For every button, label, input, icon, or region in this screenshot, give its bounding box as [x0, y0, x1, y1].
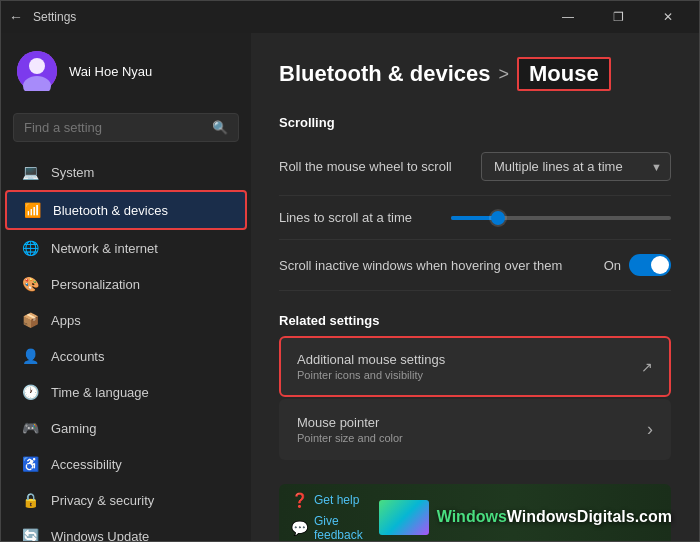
related-section: Related settings Additional mouse settin…	[279, 313, 671, 460]
scrolling-section-title: Scrolling	[279, 115, 671, 130]
search-input[interactable]	[24, 120, 204, 135]
toggle-thumb	[651, 256, 669, 274]
slider-track	[451, 216, 671, 220]
watermark-brand-colored: Windows	[437, 508, 507, 525]
sidebar-item-label: Privacy & security	[51, 493, 154, 508]
window-title: Settings	[33, 10, 545, 24]
sidebar-item-accounts[interactable]: 👤 Accounts	[5, 338, 247, 374]
feedback-link[interactable]: 💬 Give feedback	[291, 514, 363, 541]
help-icon: ❓	[291, 492, 308, 508]
svg-point-1	[29, 58, 45, 74]
additional-mouse-title: Additional mouse settings	[297, 352, 445, 367]
accounts-icon: 👤	[21, 347, 39, 365]
breadcrumb: Bluetooth & devices > Mouse	[279, 57, 671, 91]
personalization-icon: 🎨	[21, 275, 39, 293]
update-icon: 🔄	[21, 527, 39, 541]
user-name: Wai Hoe Nyau	[69, 64, 152, 79]
breadcrumb-parent[interactable]: Bluetooth & devices	[279, 61, 490, 87]
lines-scroll-slider[interactable]	[451, 216, 671, 220]
feedback-icon: 💬	[291, 520, 308, 536]
dropdown-arrow-icon: ▼	[651, 161, 662, 173]
scroll-inactive-toggle-container: On	[604, 254, 671, 276]
content-area: Wai Hoe Nyau 🔍 💻 System 📶 Bluetooth & de…	[1, 33, 699, 541]
chevron-right-icon: ›	[647, 419, 653, 440]
apps-icon: 📦	[21, 311, 39, 329]
external-link-icon: ↗	[641, 359, 653, 375]
get-help-link[interactable]: ❓ Get help	[291, 492, 363, 508]
roll-wheel-dropdown[interactable]: Multiple lines at a time ▼	[481, 152, 671, 181]
breadcrumb-arrow: >	[498, 64, 509, 85]
mouse-pointer-subtitle: Pointer size and color	[297, 432, 403, 444]
mouse-pointer-title: Mouse pointer	[297, 415, 403, 430]
title-bar: ← Settings — ❐ ✕	[1, 1, 699, 33]
sidebar-item-bluetooth[interactable]: 📶 Bluetooth & devices	[5, 190, 247, 230]
sidebar-item-accessibility[interactable]: ♿ Accessibility	[5, 446, 247, 482]
sidebar-item-update[interactable]: 🔄 Windows Update	[5, 518, 247, 541]
breadcrumb-current: Mouse	[517, 57, 611, 91]
lines-scroll-row: Lines to scroll at a time	[279, 196, 671, 240]
lines-scroll-label: Lines to scroll at a time	[279, 210, 412, 225]
related-section-title: Related settings	[279, 313, 671, 328]
window-controls: — ❐ ✕	[545, 1, 691, 33]
sidebar-item-label: Accounts	[51, 349, 104, 364]
sidebar-item-label: Accessibility	[51, 457, 122, 472]
footer-bar: ❓ Get help 💬 Give feedback WindowsWindow…	[279, 484, 671, 541]
main-panel: Bluetooth & devices > Mouse Scrolling Ro…	[251, 33, 699, 541]
sidebar-item-label: System	[51, 165, 94, 180]
sidebar-item-network[interactable]: 🌐 Network & internet	[5, 230, 247, 266]
settings-window: ← Settings — ❐ ✕ Wai Hoe Nyau	[0, 0, 700, 542]
maximize-button[interactable]: ❐	[595, 1, 641, 33]
sidebar-item-time[interactable]: 🕐 Time & language	[5, 374, 247, 410]
network-icon: 🌐	[21, 239, 39, 257]
get-help-label: Get help	[314, 493, 359, 507]
additional-mouse-subtitle: Pointer icons and visibility	[297, 369, 445, 381]
sidebar-item-label: Bluetooth & devices	[53, 203, 168, 218]
watermark-area: WindowsWindowsDigitals.com	[379, 500, 672, 535]
roll-wheel-control: Multiple lines at a time ▼	[481, 152, 671, 181]
gaming-icon: 🎮	[21, 419, 39, 437]
scroll-inactive-value: On	[604, 258, 621, 273]
feedback-label: Give feedback	[314, 514, 363, 541]
watermark-image	[379, 500, 429, 535]
additional-mouse-card[interactable]: Additional mouse settings Pointer icons …	[279, 336, 671, 397]
sidebar-item-gaming[interactable]: 🎮 Gaming	[5, 410, 247, 446]
mouse-pointer-card[interactable]: Mouse pointer Pointer size and color ›	[279, 399, 671, 460]
watermark-brand: WindowsWindowsDigitals.com	[437, 508, 672, 526]
sidebar: Wai Hoe Nyau 🔍 💻 System 📶 Bluetooth & de…	[1, 33, 251, 541]
mouse-pointer-text: Mouse pointer Pointer size and color	[297, 415, 403, 444]
sidebar-item-label: Apps	[51, 313, 81, 328]
slider-thumb[interactable]	[491, 211, 505, 225]
scroll-inactive-toggle[interactable]	[629, 254, 671, 276]
sidebar-item-apps[interactable]: 📦 Apps	[5, 302, 247, 338]
scroll-inactive-label: Scroll inactive windows when hovering ov…	[279, 258, 604, 273]
sidebar-item-personalization[interactable]: 🎨 Personalization	[5, 266, 247, 302]
bluetooth-icon: 📶	[23, 201, 41, 219]
search-box[interactable]: 🔍	[13, 113, 239, 142]
slider-fill	[451, 216, 495, 220]
privacy-icon: 🔒	[21, 491, 39, 509]
sidebar-item-label: Gaming	[51, 421, 97, 436]
sidebar-item-label: Network & internet	[51, 241, 158, 256]
search-container: 🔍	[1, 109, 251, 154]
search-icon: 🔍	[212, 120, 228, 135]
roll-wheel-row: Roll the mouse wheel to scroll Multiple …	[279, 138, 671, 196]
sidebar-item-privacy[interactable]: 🔒 Privacy & security	[5, 482, 247, 518]
sidebar-item-label: Windows Update	[51, 529, 149, 542]
user-profile[interactable]: Wai Hoe Nyau	[1, 41, 251, 101]
time-icon: 🕐	[21, 383, 39, 401]
watermark-brand-text: WindowsDigitals.com	[507, 508, 672, 525]
back-button[interactable]: ←	[9, 9, 23, 25]
footer-links: ❓ Get help 💬 Give feedback	[291, 492, 363, 541]
close-button[interactable]: ✕	[645, 1, 691, 33]
system-icon: 💻	[21, 163, 39, 181]
roll-wheel-label: Roll the mouse wheel to scroll	[279, 159, 452, 174]
scroll-inactive-row: Scroll inactive windows when hovering ov…	[279, 240, 671, 291]
sidebar-item-label: Personalization	[51, 277, 140, 292]
avatar	[17, 51, 57, 91]
minimize-button[interactable]: —	[545, 1, 591, 33]
roll-wheel-value: Multiple lines at a time	[494, 159, 623, 174]
accessibility-icon: ♿	[21, 455, 39, 473]
scroll-inactive-label-block: Scroll inactive windows when hovering ov…	[279, 258, 604, 273]
sidebar-item-system[interactable]: 💻 System	[5, 154, 247, 190]
additional-mouse-text: Additional mouse settings Pointer icons …	[297, 352, 445, 381]
